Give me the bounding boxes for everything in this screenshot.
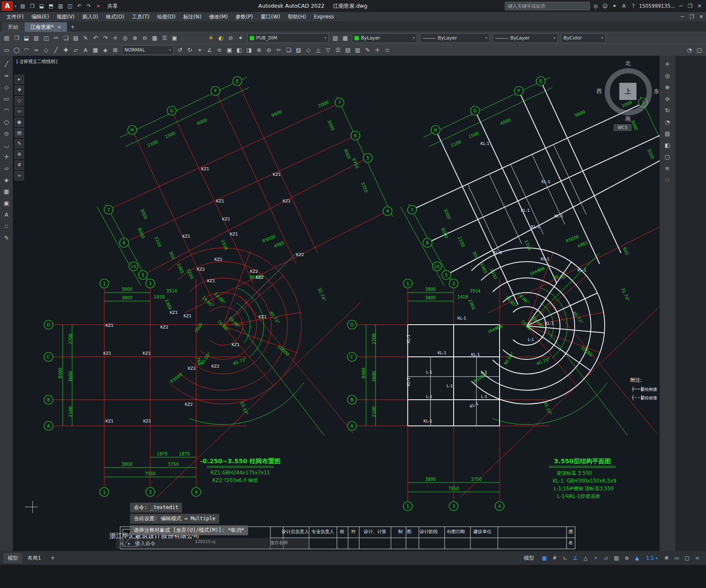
block-icon[interactable]: ◈ <box>100 45 110 55</box>
rotate-cw-icon[interactable]: ↻ <box>185 45 195 55</box>
menu-item[interactable]: 工具(T) <box>128 12 154 21</box>
zoom-realtime-icon[interactable]: ◎ <box>120 33 130 43</box>
close-button[interactable]: ✕ <box>695 2 704 10</box>
add-layout-button[interactable]: + <box>46 553 59 563</box>
spline-icon[interactable]: ◡ <box>1 140 12 151</box>
snap-icon[interactable]: # <box>549 553 560 563</box>
zoom-out-icon[interactable]: ⊖ <box>140 33 150 43</box>
layer-on-icon[interactable]: ☀ <box>206 33 216 43</box>
grip-icon[interactable]: ✛ <box>373 45 382 55</box>
selection-cycling-icon[interactable]: ⊚ <box>621 553 632 563</box>
arc-icon[interactable]: ◠ <box>21 45 31 55</box>
zoom-out-icon[interactable]: ⊖ <box>662 94 673 104</box>
preview-icon[interactable]: ◫ <box>41 33 51 43</box>
compass-east-label[interactable]: 东 <box>654 88 660 95</box>
play-icon[interactable]: ▸ <box>15 75 24 84</box>
mtext-icon[interactable]: A <box>1 210 12 220</box>
command-input-bar[interactable]: ✕ ▸ 键入命令 <box>116 538 309 549</box>
new-icon[interactable]: ▤ <box>2 33 12 43</box>
customize-icon[interactable]: ≡ <box>692 553 703 563</box>
revision-cloud-icon[interactable]: ✎ <box>1 233 12 243</box>
viewcube-icon[interactable]: ◧ <box>662 140 673 151</box>
viewport-icon[interactable]: ▢ <box>694 45 704 55</box>
layer-combo[interactable]: PUB_DIM ▾ <box>247 33 329 43</box>
rectangle-icon[interactable]: ▭ <box>1 94 12 104</box>
compass-north-label[interactable]: 北 <box>625 60 631 67</box>
dim-angular-icon[interactable]: ∠ <box>205 45 215 55</box>
arc-icon[interactable]: ◠ <box>1 106 12 116</box>
open-icon[interactable]: ❒ <box>12 33 21 43</box>
menu-item[interactable]: 绘图(D) <box>153 12 179 21</box>
pan-icon[interactable]: ✛ <box>662 59 673 69</box>
transparency-icon[interactable]: ▨ <box>611 553 621 563</box>
target-tool-icon[interactable]: ◉ <box>15 118 24 127</box>
tab-start[interactable]: 开始 <box>2 22 24 32</box>
model-space-viewport[interactable]: EFGH7654761/5513DCBA134EFGH7761/5513DCBA… <box>13 56 660 551</box>
layers-tool-icon[interactable]: ▤ <box>15 128 24 138</box>
menu-item[interactable]: 编辑(E) <box>27 12 53 21</box>
text-icon[interactable]: A <box>81 45 91 55</box>
point-icon[interactable]: ✛ <box>1 152 12 162</box>
annotation-visibility-icon[interactable]: ▲ <box>632 553 642 563</box>
compass-south-label[interactable]: 南 <box>625 115 631 123</box>
menu-item[interactable]: 格式(O) <box>102 12 128 21</box>
mirror-icon[interactable]: ❏ <box>284 45 294 55</box>
polygon-icon[interactable]: ◇ <box>1 82 12 93</box>
offset-icon[interactable]: ▤ <box>343 45 353 55</box>
trim-icon[interactable]: ✂ <box>274 45 284 55</box>
match-properties-icon[interactable]: ✎ <box>81 33 91 43</box>
share-icon[interactable]: ➤ <box>94 2 103 10</box>
rectangle-icon[interactable]: ▭ <box>2 45 12 55</box>
hatch-icon[interactable]: ◧ <box>234 45 244 55</box>
osnap-icon[interactable]: ⌖ <box>591 553 601 563</box>
table-icon[interactable]: ▦ <box>1 187 12 197</box>
compass-up-face[interactable]: 上 <box>619 83 636 100</box>
help-icon[interactable]: ? <box>629 2 638 10</box>
layer-freeze-icon[interactable]: ◐ <box>216 33 226 43</box>
save-icon[interactable]: ⬓ <box>21 33 31 43</box>
edit-tool-icon[interactable]: ✎ <box>15 139 24 148</box>
maximize-button[interactable]: ❐ <box>685 2 695 10</box>
layer-states-icon[interactable]: ▩ <box>340 33 350 43</box>
search-input[interactable] <box>505 2 590 10</box>
redo-icon[interactable]: ↷ <box>84 2 94 10</box>
paste-icon[interactable]: ▨ <box>71 33 81 43</box>
mline-icon[interactable]: ▱ <box>71 45 81 55</box>
menu-item[interactable]: 帮助(H) <box>284 12 310 21</box>
chamfer-icon[interactable]: △ <box>313 45 323 55</box>
menu-item[interactable]: 视图(V) <box>53 12 79 21</box>
pan-icon[interactable]: ✛ <box>110 33 120 43</box>
circle-icon[interactable]: ◯ <box>12 45 21 55</box>
command-input-placeholder[interactable]: 键入命令 <box>135 540 155 547</box>
menu-item[interactable]: 修改(M) <box>205 12 232 21</box>
compass-west-label[interactable]: 西 <box>597 88 602 95</box>
new-tab-button[interactable]: + <box>67 22 78 32</box>
grid-icon[interactable]: ∷ <box>662 175 673 185</box>
lineweight-icon[interactable]: ▱ <box>601 553 611 563</box>
designcenter-icon[interactable]: ▣ <box>170 33 179 43</box>
open-icon[interactable]: ❒ <box>27 2 37 10</box>
block-icon[interactable]: ◈ <box>1 175 12 185</box>
point-icon[interactable]: ✚ <box>61 45 71 55</box>
properties-icon[interactable]: ☰ <box>160 33 170 43</box>
annotation-scale-chip[interactable]: 1:1 ▾ <box>643 553 661 563</box>
wcs-badge[interactable]: WCS <box>614 124 631 131</box>
steering-wheel-icon[interactable]: ◔ <box>662 117 673 127</box>
polyline-icon[interactable]: ≈ <box>31 45 41 55</box>
layer-properties-icon[interactable]: ▧ <box>330 33 340 43</box>
app-menu-caret-icon[interactable]: ▾ <box>14 4 17 8</box>
linetype-combo[interactable]: ——— ByLayer ▾ <box>420 33 490 43</box>
dim-linear-icon[interactable]: ≡ <box>215 45 224 55</box>
save-as-icon[interactable]: ⬒ <box>46 2 56 10</box>
dim-style-icon[interactable]: ▣ <box>224 45 234 55</box>
circle-icon[interactable]: ○ <box>1 117 12 127</box>
doc-restore-button[interactable]: ❐ <box>687 12 697 21</box>
user-avatar-icon[interactable]: ☺ <box>600 2 610 10</box>
doc-minimize-button[interactable]: ─ <box>678 12 687 21</box>
zoom-icon[interactable]: ◎ <box>662 71 673 81</box>
undo-icon[interactable]: ↶ <box>75 2 84 10</box>
show-motion-icon[interactable]: ▤ <box>662 129 673 139</box>
autocad-logo-icon[interactable]: A <box>2 1 13 11</box>
diamond-tool-icon[interactable]: ◇ <box>15 96 24 106</box>
navbar-icon[interactable]: ▢ <box>662 152 673 162</box>
